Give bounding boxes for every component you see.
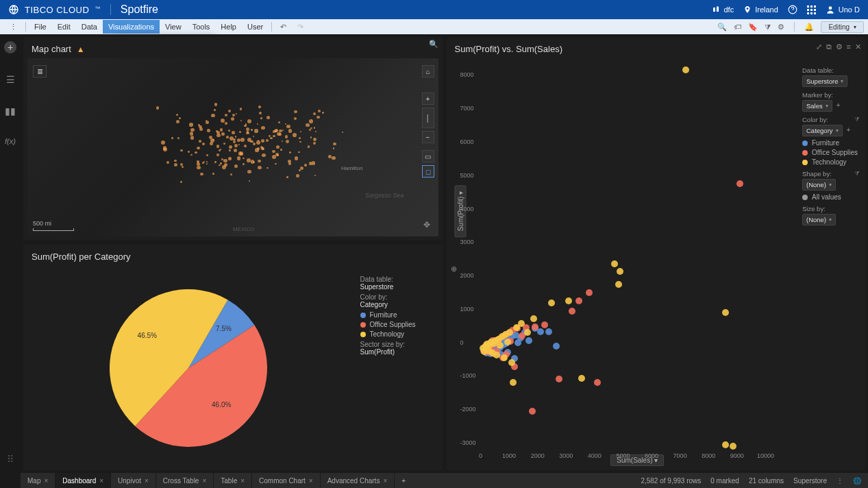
user-menu[interactable]: Uno D: [826, 5, 860, 14]
menu-data[interactable]: Data: [76, 20, 103, 34]
menu-visualizations[interactable]: Visualizations: [103, 20, 160, 34]
menu-help[interactable]: Help: [215, 20, 242, 34]
help-icon[interactable]: [788, 5, 797, 14]
filter-icon[interactable]: ⧩: [765, 23, 771, 32]
settings-icon[interactable]: ⚙: [778, 23, 784, 32]
bookmark-icon[interactable]: 🔖: [748, 23, 758, 32]
redo-icon[interactable]: ↷: [292, 20, 309, 34]
svg-rect-1: [713, 8, 715, 12]
svg-point-4: [828, 6, 832, 10]
product-name: Spotfire: [121, 3, 158, 16]
app-header: TIBCO CLOUD™ Spotfire dfc Ireland Uno D: [0, 0, 868, 19]
org-selector[interactable]: dfc: [712, 5, 734, 14]
undo-icon[interactable]: ↶: [275, 20, 292, 34]
tag-icon[interactable]: 🏷: [734, 23, 741, 31]
svg-rect-2: [717, 7, 719, 12]
mode-badge[interactable]: Editing▾: [821, 21, 864, 33]
notifications-icon[interactable]: 🔔: [804, 23, 814, 32]
search-icon[interactable]: 🔍: [717, 23, 727, 32]
menu-file[interactable]: File: [29, 20, 52, 34]
brand-logo: TIBCO CLOUD™: [8, 4, 101, 15]
menu-view[interactable]: View: [160, 20, 187, 34]
menu-edit[interactable]: Edit: [52, 20, 76, 34]
menu-tools[interactable]: Tools: [187, 20, 216, 34]
menu-bar: ⋮ File Edit Data Visualizations View Too…: [0, 19, 868, 34]
hamburger-menu[interactable]: ⋮: [4, 20, 23, 34]
menu-user[interactable]: User: [242, 20, 269, 34]
location-selector[interactable]: Ireland: [743, 5, 778, 14]
apps-icon[interactable]: [807, 5, 816, 14]
